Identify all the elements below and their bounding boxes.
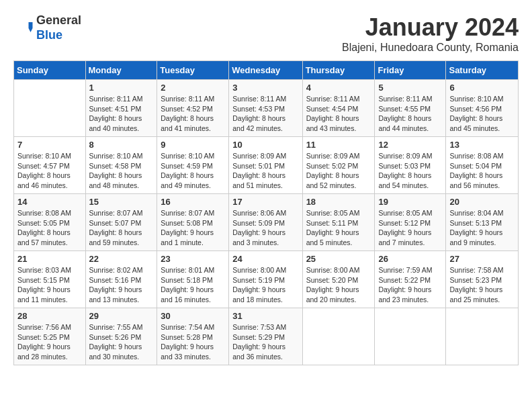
calendar-cell: 28Sunrise: 7:56 AMSunset: 5:25 PMDayligh… [14, 308, 86, 365]
calendar-cell [446, 308, 519, 365]
calendar-cell: 18Sunrise: 8:05 AMSunset: 5:11 PMDayligh… [302, 194, 375, 251]
day-info: Sunrise: 8:10 AMSunset: 4:58 PMDaylight:… [89, 151, 154, 191]
calendar-cell: 14Sunrise: 8:08 AMSunset: 5:05 PMDayligh… [14, 194, 86, 251]
day-number: 2 [161, 83, 225, 93]
header-day-saturday: Saturday [446, 61, 519, 80]
calendar-cell [14, 80, 86, 137]
calendar-cell: 3Sunrise: 8:11 AMSunset: 4:53 PMDaylight… [229, 80, 302, 137]
day-info: Sunrise: 8:11 AMSunset: 4:51 PMDaylight:… [89, 94, 154, 134]
day-number: 17 [232, 197, 298, 207]
calendar-cell: 26Sunrise: 7:59 AMSunset: 5:22 PMDayligh… [375, 251, 446, 308]
day-number: 25 [306, 254, 371, 264]
calendar-cell: 25Sunrise: 8:00 AMSunset: 5:20 PMDayligh… [302, 251, 375, 308]
day-info: Sunrise: 8:00 AMSunset: 5:20 PMDaylight:… [306, 265, 371, 305]
day-number: 10 [232, 140, 298, 150]
calendar-cell: 5Sunrise: 8:11 AMSunset: 4:55 PMDaylight… [375, 80, 446, 137]
calendar-cell: 8Sunrise: 8:10 AMSunset: 4:58 PMDaylight… [85, 137, 157, 194]
calendar-cell: 11Sunrise: 8:09 AMSunset: 5:02 PMDayligh… [302, 137, 375, 194]
calendar-cell: 15Sunrise: 8:07 AMSunset: 5:07 PMDayligh… [85, 194, 157, 251]
day-info: Sunrise: 8:07 AMSunset: 5:07 PMDaylight:… [89, 208, 154, 248]
day-info: Sunrise: 7:56 AMSunset: 5:25 PMDaylight:… [17, 322, 82, 362]
day-number: 6 [449, 83, 515, 93]
day-info: Sunrise: 8:10 AMSunset: 4:56 PMDaylight:… [449, 94, 515, 134]
day-info: Sunrise: 8:10 AMSunset: 4:59 PMDaylight:… [161, 151, 225, 191]
calendar-cell: 24Sunrise: 8:00 AMSunset: 5:19 PMDayligh… [229, 251, 302, 308]
calendar-cell: 9Sunrise: 8:10 AMSunset: 4:59 PMDaylight… [157, 137, 229, 194]
day-info: Sunrise: 8:08 AMSunset: 5:04 PMDaylight:… [449, 151, 515, 191]
day-number: 14 [17, 197, 82, 207]
day-info: Sunrise: 8:05 AMSunset: 5:11 PMDaylight:… [306, 208, 371, 248]
day-info: Sunrise: 8:01 AMSunset: 5:18 PMDaylight:… [161, 265, 225, 305]
header-day-wednesday: Wednesday [229, 61, 302, 80]
day-number: 9 [161, 140, 225, 150]
calendar-header: SundayMondayTuesdayWednesdayThursdayFrid… [14, 61, 519, 80]
day-number: 15 [89, 197, 154, 207]
day-number: 29 [89, 311, 154, 321]
day-info: Sunrise: 8:03 AMSunset: 5:15 PMDaylight:… [17, 265, 82, 305]
calendar-week-1: 1Sunrise: 8:11 AMSunset: 4:51 PMDaylight… [14, 80, 519, 137]
day-number: 20 [449, 197, 515, 207]
calendar-cell: 17Sunrise: 8:06 AMSunset: 5:09 PMDayligh… [229, 194, 302, 251]
day-info: Sunrise: 8:06 AMSunset: 5:09 PMDaylight:… [232, 208, 298, 248]
day-info: Sunrise: 8:09 AMSunset: 5:03 PMDaylight:… [378, 151, 442, 191]
calendar-cell: 6Sunrise: 8:10 AMSunset: 4:56 PMDaylight… [446, 80, 519, 137]
day-info: Sunrise: 8:04 AMSunset: 5:13 PMDaylight:… [449, 208, 515, 248]
day-number: 26 [378, 254, 442, 264]
calendar-cell: 2Sunrise: 8:11 AMSunset: 4:52 PMDaylight… [157, 80, 229, 137]
day-number: 24 [232, 254, 298, 264]
day-info: Sunrise: 8:11 AMSunset: 4:52 PMDaylight:… [161, 94, 225, 134]
calendar-cell: 4Sunrise: 8:11 AMSunset: 4:54 PMDaylight… [302, 80, 375, 137]
calendar-table: SundayMondayTuesdayWednesdayThursdayFrid… [13, 60, 519, 365]
day-number: 8 [89, 140, 154, 150]
svg-marker-1 [29, 28, 33, 32]
day-info: Sunrise: 8:10 AMSunset: 4:57 PMDaylight:… [17, 151, 82, 191]
title-section: January 2024 Blajeni, Hunedoara County, … [342, 13, 519, 54]
day-number: 11 [306, 140, 371, 150]
day-info: Sunrise: 8:05 AMSunset: 5:12 PMDaylight:… [378, 208, 442, 248]
calendar-title: January 2024 [342, 13, 519, 42]
day-info: Sunrise: 8:11 AMSunset: 4:55 PMDaylight:… [378, 94, 442, 134]
header-day-monday: Monday [85, 61, 157, 80]
logo-text: General Blue [36, 13, 81, 42]
calendar-cell: 19Sunrise: 8:05 AMSunset: 5:12 PMDayligh… [375, 194, 446, 251]
calendar-subtitle: Blajeni, Hunedoara County, Romania [342, 42, 519, 54]
day-info: Sunrise: 8:09 AMSunset: 5:02 PMDaylight:… [306, 151, 371, 191]
day-number: 4 [306, 83, 371, 93]
day-number: 22 [89, 254, 154, 264]
header-day-friday: Friday [375, 61, 446, 80]
day-info: Sunrise: 8:00 AMSunset: 5:19 PMDaylight:… [232, 265, 298, 305]
day-info: Sunrise: 8:07 AMSunset: 5:08 PMDaylight:… [161, 208, 225, 248]
calendar-cell: 13Sunrise: 8:08 AMSunset: 5:04 PMDayligh… [446, 137, 519, 194]
calendar-cell: 10Sunrise: 8:09 AMSunset: 5:01 PMDayligh… [229, 137, 302, 194]
day-number: 5 [378, 83, 442, 93]
calendar-week-2: 7Sunrise: 8:10 AMSunset: 4:57 PMDaylight… [14, 137, 519, 194]
svg-marker-0 [29, 22, 33, 28]
calendar-cell: 12Sunrise: 8:09 AMSunset: 5:03 PMDayligh… [375, 137, 446, 194]
calendar-cell [375, 308, 446, 365]
day-info: Sunrise: 8:08 AMSunset: 5:05 PMDaylight:… [17, 208, 82, 248]
day-info: Sunrise: 8:09 AMSunset: 5:01 PMDaylight:… [232, 151, 298, 191]
day-number: 31 [232, 311, 298, 321]
calendar-cell: 20Sunrise: 8:04 AMSunset: 5:13 PMDayligh… [446, 194, 519, 251]
header-day-sunday: Sunday [14, 61, 86, 80]
day-info: Sunrise: 7:58 AMSunset: 5:23 PMDaylight:… [449, 265, 515, 305]
calendar-cell [302, 308, 375, 365]
day-info: Sunrise: 8:11 AMSunset: 4:54 PMDaylight:… [306, 94, 371, 134]
header-day-thursday: Thursday [302, 61, 375, 80]
header-day-tuesday: Tuesday [157, 61, 229, 80]
calendar-cell: 16Sunrise: 8:07 AMSunset: 5:08 PMDayligh… [157, 194, 229, 251]
day-number: 28 [17, 311, 82, 321]
header-row: SundayMondayTuesdayWednesdayThursdayFrid… [14, 61, 519, 80]
day-number: 23 [161, 254, 225, 264]
day-info: Sunrise: 7:54 AMSunset: 5:28 PMDaylight:… [161, 322, 225, 362]
day-info: Sunrise: 7:53 AMSunset: 5:29 PMDaylight:… [232, 322, 298, 362]
day-number: 16 [161, 197, 225, 207]
calendar-week-4: 21Sunrise: 8:03 AMSunset: 5:15 PMDayligh… [14, 251, 519, 308]
calendar-cell: 22Sunrise: 8:02 AMSunset: 5:16 PMDayligh… [85, 251, 157, 308]
day-info: Sunrise: 8:11 AMSunset: 4:53 PMDaylight:… [232, 94, 298, 134]
day-number: 19 [378, 197, 442, 207]
calendar-cell: 23Sunrise: 8:01 AMSunset: 5:18 PMDayligh… [157, 251, 229, 308]
header: General Blue January 2024 Blajeni, Huned… [13, 13, 519, 54]
calendar-body: 1Sunrise: 8:11 AMSunset: 4:51 PMDaylight… [14, 80, 519, 365]
logo-icon [13, 18, 34, 38]
